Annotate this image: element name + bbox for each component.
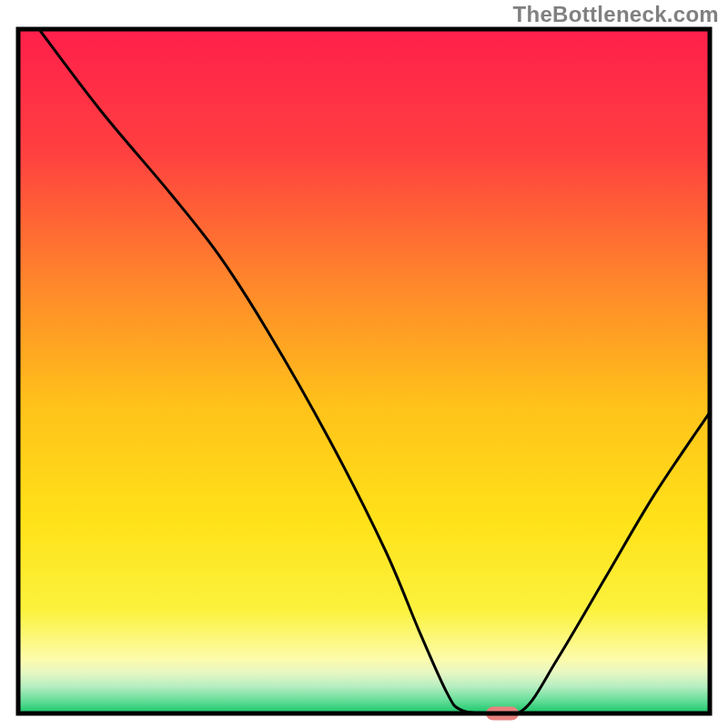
bottleneck-chart [0,0,728,728]
plot-background [18,29,710,713]
chart-container: TheBottleneck.com [0,0,728,728]
